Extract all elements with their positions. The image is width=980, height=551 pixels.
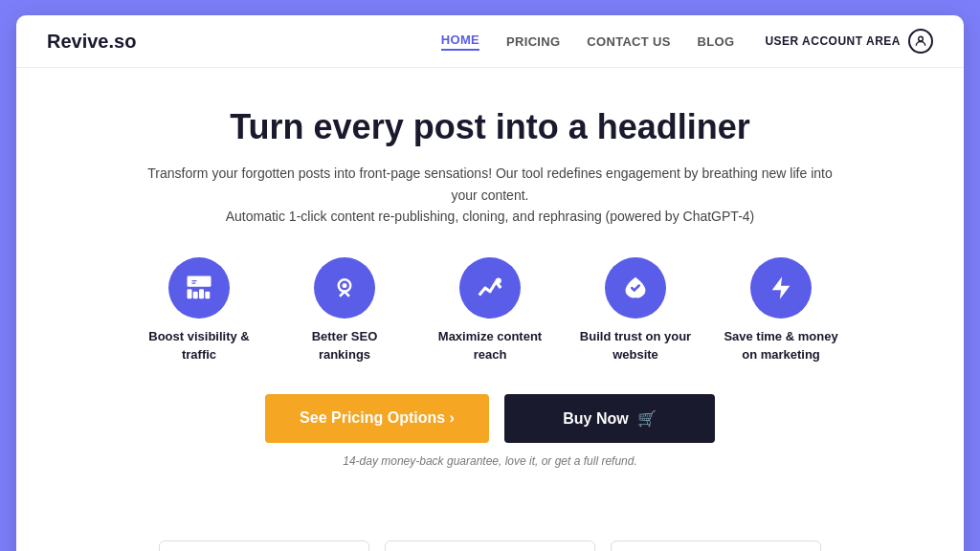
boost-visibility-icon [168, 257, 230, 319]
user-account-icon [908, 29, 933, 54]
feature-save-time: Save time & moneyon marketing [714, 257, 848, 363]
nav-links: HOME PRICING CONTACT US BLOG [441, 33, 735, 51]
user-account-label: USER ACCOUNT AREA [765, 34, 901, 48]
svg-point-8 [496, 278, 501, 284]
feature-content-reach: Maximize contentreach [423, 257, 557, 363]
seo-label: Better SEOrankings [312, 328, 378, 363]
boost-visibility-label: Boost visibility &traffic [148, 328, 249, 363]
svg-rect-3 [193, 292, 198, 299]
build-trust-icon [605, 257, 666, 319]
trust-badges-row: W ★★★★★ 440+ 5-Star Reviews 14-Day, Risk… [16, 521, 964, 551]
svg-point-0 [919, 36, 924, 41]
svg-rect-5 [205, 292, 210, 299]
feature-boost-visibility: Boost visibility &traffic [132, 257, 266, 363]
svg-rect-4 [199, 290, 204, 299]
cta-buttons: See Pricing Options › Buy Now 🛒 [47, 394, 933, 443]
save-time-label: Save time & moneyon marketing [724, 328, 837, 363]
svg-point-7 [343, 283, 347, 288]
nav-link-contact[interactable]: CONTACT US [587, 34, 670, 49]
content-reach-label: Maximize contentreach [438, 328, 542, 363]
hero-subtitle: Transform your forgotten posts into fron… [136, 163, 844, 227]
badge-trusted: Trusted by 100,000 Businesses, like your… [611, 540, 821, 551]
save-time-icon [750, 257, 812, 319]
hero-title: Turn every post into a headliner [47, 106, 933, 147]
nav-link-home[interactable]: HOME [441, 33, 479, 51]
nav-link-blog[interactable]: BLOG [698, 34, 735, 49]
svg-rect-1 [188, 290, 192, 299]
content-reach-icon [459, 257, 521, 319]
feature-build-trust: Build trust on yourwebsite [568, 257, 702, 363]
guarantee-text: 14-day money-back guarantee, love it, or… [47, 454, 933, 468]
badge-money-back: 14-Day, Risk-Free Money-Back Guarantee [385, 540, 595, 551]
user-account-area[interactable]: USER ACCOUNT AREA [765, 29, 933, 54]
buy-now-button[interactable]: Buy Now 🛒 [504, 394, 715, 443]
hero-section: Turn every post into a headliner Transfo… [16, 68, 964, 521]
logo[interactable]: Revive.so [47, 31, 136, 53]
feature-seo: Better SEOrankings [278, 257, 412, 363]
badge-reviews: W ★★★★★ 440+ 5-Star Reviews [159, 540, 369, 551]
see-pricing-button[interactable]: See Pricing Options › [265, 394, 489, 443]
seo-icon [314, 257, 375, 319]
nav-link-pricing[interactable]: PRICING [506, 34, 560, 49]
features-row: Boost visibility &traffic Better SEOrank… [47, 257, 933, 363]
svg-rect-2 [188, 276, 212, 287]
navbar: Revive.so HOME PRICING CONTACT US BLOG U… [16, 15, 964, 68]
build-trust-label: Build trust on yourwebsite [580, 328, 691, 363]
page-wrapper: Revive.so HOME PRICING CONTACT US BLOG U… [16, 15, 964, 551]
